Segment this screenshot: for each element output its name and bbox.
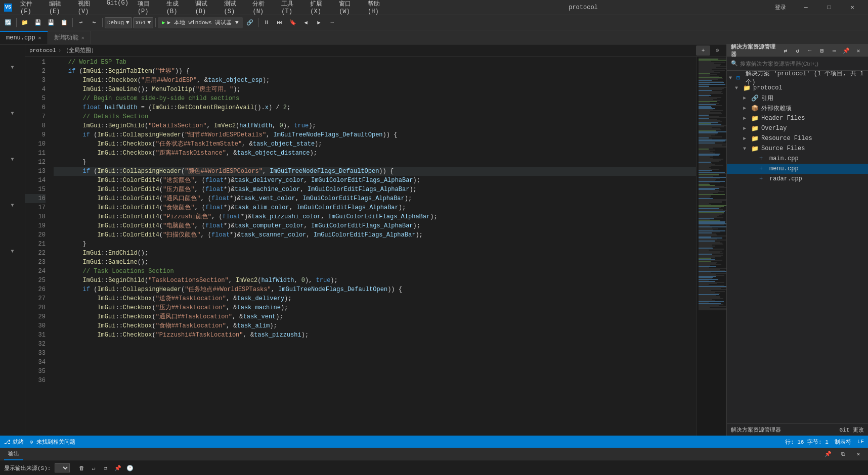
output-float-btn[interactable]: ⧉ xyxy=(838,449,849,459)
no-issues-status[interactable]: ⊙ 未找到相关问题 xyxy=(30,438,75,446)
run-btn[interactable]: ▶ ▶ 本地 Windows 调试器 ▼ xyxy=(158,17,242,28)
menu-window[interactable]: 窗口(W) xyxy=(335,0,363,16)
redo-btn[interactable]: ↪ xyxy=(88,17,100,28)
login-button[interactable]: 登录 xyxy=(775,4,786,11)
tab-new-features-label: 新增功能 xyxy=(54,33,78,42)
panel-header: 解决方案资源管理器 ⇄ ↺ ← ⊞ ⋯ 📌 ✕ xyxy=(727,44,868,57)
radar-cpp-item[interactable]: ► + radar.cpp xyxy=(727,174,868,184)
output-clear-btn[interactable]: 🗑 xyxy=(76,463,87,473)
extra-btn[interactable]: 📋 xyxy=(58,17,70,28)
open-file-btn[interactable]: 📁 xyxy=(19,17,31,28)
line-ending-status[interactable]: LF xyxy=(857,439,864,445)
more-btn[interactable]: ⋯ xyxy=(326,17,338,28)
line-number-36: 36 xyxy=(25,376,46,385)
menu-edit[interactable]: 编辑(E) xyxy=(45,0,73,16)
output-close-btn[interactable]: ✕ xyxy=(853,449,864,459)
output-clock-btn[interactable]: 🕐 xyxy=(124,463,136,473)
solution-explorer-footer-link[interactable]: 解决方案资源管理器 xyxy=(731,426,781,434)
panel-close-btn[interactable]: ✕ xyxy=(853,45,864,56)
add-scope-btn[interactable]: + xyxy=(696,45,710,56)
menu-view[interactable]: 视图(V) xyxy=(74,0,102,16)
fold-arrow-4[interactable]: ▼ xyxy=(11,203,14,208)
save-btn[interactable]: 💾 xyxy=(32,17,44,28)
save-all-btn[interactable]: 💾 xyxy=(45,17,57,28)
panel-filter-btn[interactable]: ⋯ xyxy=(829,45,840,56)
menu-extend[interactable]: 扩展(X) xyxy=(306,0,334,16)
resource-files-item[interactable]: ► 📁 Resource Files xyxy=(727,133,868,144)
maximize-button[interactable]: □ xyxy=(817,0,841,15)
status-bar: ⎇ 就绪 ⊙ 未找到相关问题 行: 16 字节: 1 制表符 LF xyxy=(0,436,868,448)
menu-project[interactable]: 项目(P) xyxy=(134,0,161,16)
source-files-item[interactable]: ▼ 📁 Source Files xyxy=(727,144,868,154)
solution-label-item[interactable]: ▼ ⊡ 解决方案 'protocol' (1 个项目, 共 1 个) xyxy=(727,73,868,83)
references-item[interactable]: ► 🔗 引用 xyxy=(727,93,868,103)
menu-git[interactable]: Git(G) xyxy=(103,0,133,16)
line-number-27: 27 xyxy=(25,294,46,303)
new-project-btn[interactable]: 🔃 xyxy=(2,17,14,28)
window-controls: — □ ✕ xyxy=(794,0,864,15)
menu-file[interactable]: 文件(F) xyxy=(16,0,44,16)
bookmark-btn[interactable]: 🔖 xyxy=(287,17,299,28)
overlay-item[interactable]: ► 📁 Overlay xyxy=(727,123,868,133)
tab-new-features[interactable]: 新增功能 ✕ xyxy=(48,31,91,44)
minimize-button[interactable]: — xyxy=(794,0,817,15)
menu-cpp-item[interactable]: ► + menu.cpp xyxy=(727,164,868,174)
output-tab-label[interactable]: 输出 xyxy=(4,448,23,460)
output-pin-btn[interactable]: 📌 xyxy=(822,449,834,459)
line-col-status[interactable]: 行: 16 字节: 1 xyxy=(785,438,829,446)
resource-files-label: Resource Files xyxy=(761,135,812,142)
undo-btn[interactable]: ↩ xyxy=(75,17,87,28)
breadcrumb-protocol[interactable]: protocol xyxy=(29,48,56,54)
output-sync-btn[interactable]: ⇄ xyxy=(100,463,111,473)
menu-test[interactable]: 测试(S) xyxy=(220,0,248,16)
output-pin2-btn[interactable]: 📌 xyxy=(112,463,123,473)
nav-back-btn[interactable]: ◀ xyxy=(300,17,312,28)
menu-debug[interactable]: 调试(D) xyxy=(191,0,219,16)
search-icon: 🔍 xyxy=(731,60,738,67)
title-text: protocol xyxy=(569,4,598,11)
config-label: Debug xyxy=(107,20,124,26)
tab-new-features-close[interactable]: ✕ xyxy=(81,35,84,41)
line-number-17: 17 xyxy=(25,203,46,212)
output-wrap-btn[interactable]: ↵ xyxy=(88,463,99,473)
status-right: 行: 16 字节: 1 制表符 LF xyxy=(785,438,864,446)
output-source-dropdown[interactable] xyxy=(55,463,70,472)
breadcrumb-sep: › xyxy=(58,48,62,54)
external-deps-item[interactable]: ► 📦 外部依赖项 xyxy=(727,103,868,113)
header-files-item[interactable]: ► 📁 Header Files xyxy=(727,113,868,123)
git-changes-footer-link[interactable]: Git 更改 xyxy=(840,426,864,434)
search-input[interactable] xyxy=(740,61,864,67)
code-editor[interactable]: // World ESP Tab if (ImGui::BeginTabItem… xyxy=(50,57,696,436)
run-icon: ▶ xyxy=(162,19,165,26)
fold-arrow-1[interactable]: ▼ xyxy=(11,65,14,70)
app-icon: VS xyxy=(4,4,12,12)
line-number-35: 35 xyxy=(25,367,46,376)
nav-fwd-btn[interactable]: ▶ xyxy=(313,17,325,28)
tab-menu-cpp[interactable]: menu.cpp ✕ xyxy=(0,31,48,44)
attach-btn[interactable]: 🔗 xyxy=(244,17,256,28)
tab-menu-cpp-close[interactable]: ✕ xyxy=(38,35,41,41)
encoding-status[interactable]: 制表符 xyxy=(835,438,851,446)
breadcrumb-scope[interactable]: （全局范围） xyxy=(63,46,97,54)
fold-arrow-5[interactable]: ▼ xyxy=(11,249,14,254)
fold-arrow-3[interactable]: ▼ xyxy=(11,157,14,162)
panel-refresh-btn[interactable]: ↺ xyxy=(792,45,803,56)
git-branch-status[interactable]: ⎇ 就绪 xyxy=(4,438,24,446)
menu-tools[interactable]: 工具(T) xyxy=(277,0,305,16)
panel-arrow-btn[interactable]: ← xyxy=(804,45,815,56)
breakpoint-btn[interactable]: ⏸ xyxy=(261,17,273,28)
panel-sync-btn[interactable]: ⇄ xyxy=(780,45,791,56)
main-cpp-item[interactable]: ► + main.cpp xyxy=(727,154,868,164)
step-over-btn[interactable]: ⏭ xyxy=(274,17,286,28)
close-button[interactable]: ✕ xyxy=(841,0,864,15)
menu-help[interactable]: 帮助(H) xyxy=(364,0,392,16)
scope-settings-btn[interactable]: ⚙ xyxy=(712,45,722,56)
menu-analyze[interactable]: 分析(N) xyxy=(248,0,276,16)
menu-build[interactable]: 生成(B) xyxy=(162,0,190,16)
fold-arrow-2[interactable]: ▼ xyxy=(11,111,14,116)
config-arrow: ▼ xyxy=(126,20,129,26)
panel-view-btn[interactable]: ⊞ xyxy=(816,45,828,56)
platform-dropdown[interactable]: x64 ▼ xyxy=(133,17,153,28)
config-dropdown[interactable]: Debug ▼ xyxy=(105,17,132,28)
panel-pin-btn[interactable]: 📌 xyxy=(841,45,852,56)
